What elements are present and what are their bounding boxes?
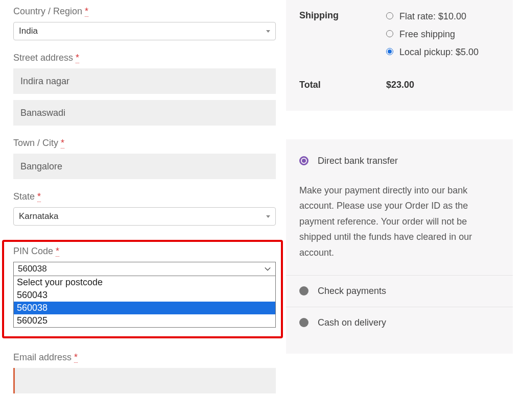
label-text: Town / City xyxy=(13,138,58,148)
radio-icon xyxy=(299,318,308,327)
pin-value: 560038 xyxy=(18,264,47,274)
payment-methods: Direct bank transfer Make your payment d… xyxy=(286,139,513,354)
total-value: $23.00 xyxy=(386,80,500,90)
order-summary: Shipping Flat rate: $10.00 Free shipping… xyxy=(286,0,523,420)
country-select[interactable]: India xyxy=(13,22,276,40)
street-line1-input[interactable] xyxy=(13,68,276,94)
required-marker: * xyxy=(76,53,79,63)
shipping-option[interactable]: Local pickup: $5.00 xyxy=(386,46,500,59)
country-label: Country / Region * xyxy=(13,6,276,17)
radio-icon xyxy=(386,48,393,55)
email-field: Email address * xyxy=(13,352,276,393)
payment-method-description: Make your payment directly into our bank… xyxy=(286,177,513,275)
label-text: State xyxy=(13,191,35,202)
required-marker: * xyxy=(56,246,59,257)
city-field: Town / City * xyxy=(13,138,276,179)
billing-form: Country / Region * India Street address … xyxy=(0,0,286,420)
shipping-option-label: Free shipping xyxy=(399,28,455,41)
pin-option[interactable]: 560043 xyxy=(14,289,275,302)
payment-method[interactable]: Direct bank transfer xyxy=(286,150,513,177)
label-text: Email address xyxy=(13,352,72,362)
shipping-options: Flat rate: $10.00 Free shipping Local pi… xyxy=(386,10,500,59)
pin-option[interactable]: 560025 xyxy=(14,314,275,327)
email-input[interactable] xyxy=(13,368,276,393)
shipping-option-label: Local pickup: $5.00 xyxy=(399,46,479,59)
country-field: Country / Region * India xyxy=(13,6,276,40)
country-value: India xyxy=(19,26,38,36)
shipping-label: Shipping xyxy=(299,10,386,59)
city-input[interactable] xyxy=(13,154,276,179)
street-line2-input[interactable] xyxy=(13,100,276,126)
label-text: Country / Region xyxy=(13,6,82,16)
radio-icon xyxy=(299,156,308,165)
required-marker: * xyxy=(37,191,41,202)
street-label: Street address * xyxy=(13,53,276,63)
pin-option[interactable]: 560038 xyxy=(14,302,275,314)
pin-option[interactable]: Select your postcode xyxy=(14,276,275,289)
radio-icon xyxy=(386,30,393,37)
label-text: PIN Code xyxy=(13,246,53,256)
pin-label: PIN Code * xyxy=(13,246,276,257)
payment-method-label: Cash on delivery xyxy=(318,317,386,328)
chevron-down-icon xyxy=(266,215,270,218)
payment-method[interactable]: Check payments xyxy=(286,276,513,307)
pin-select[interactable]: 560038 xyxy=(13,262,276,276)
required-marker: * xyxy=(74,352,78,363)
required-marker: * xyxy=(85,6,88,17)
label-text: Street address xyxy=(13,53,73,63)
required-marker: * xyxy=(61,138,64,149)
shipping-option[interactable]: Flat rate: $10.00 xyxy=(386,10,500,23)
shipping-option-label: Flat rate: $10.00 xyxy=(399,10,466,23)
payment-method[interactable]: Cash on delivery xyxy=(286,307,513,338)
pin-dropdown: Select your postcode 560043 560038 56002… xyxy=(13,276,276,328)
pin-field: PIN Code * 560038 Select your postcode 5… xyxy=(13,246,276,328)
email-label: Email address * xyxy=(13,352,276,363)
chevron-down-icon xyxy=(264,265,271,273)
payment-method-label: Direct bank transfer xyxy=(318,156,398,166)
state-value: Karnataka xyxy=(19,211,59,221)
state-select[interactable]: Karnataka xyxy=(13,207,276,226)
totals-box: Shipping Flat rate: $10.00 Free shipping… xyxy=(286,0,513,111)
city-label: Town / City * xyxy=(13,138,276,149)
street-field: Street address * xyxy=(13,53,276,126)
shipping-option[interactable]: Free shipping xyxy=(386,28,500,41)
state-label: State * xyxy=(13,191,276,202)
total-label: Total xyxy=(299,80,386,90)
state-field: State * Karnataka xyxy=(13,191,276,226)
chevron-down-icon xyxy=(266,30,270,33)
payment-method-label: Check payments xyxy=(318,286,386,297)
radio-icon xyxy=(299,286,308,295)
radio-icon xyxy=(386,12,393,19)
